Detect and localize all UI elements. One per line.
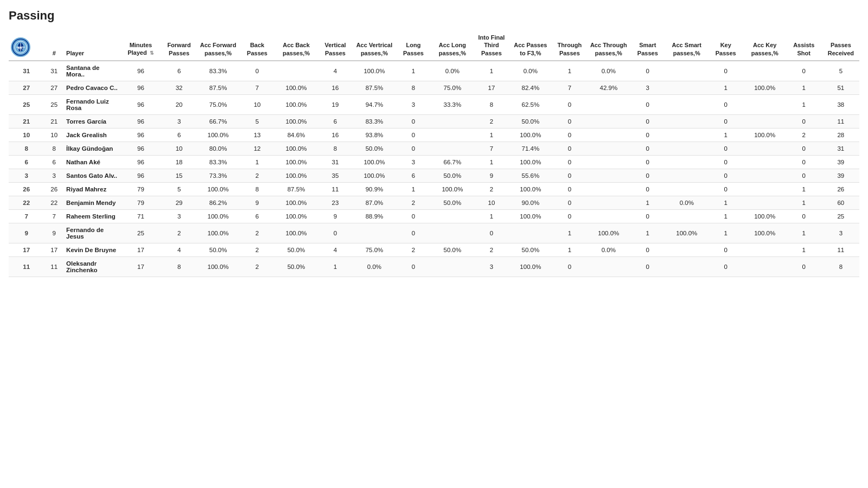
table-row: 77Raheem Sterling713100.0%6100.0%988.9%0…: [9, 209, 859, 223]
cell-acc_through_pct: 42.9%: [588, 81, 629, 94]
jersey-number: 8: [9, 142, 44, 155]
cell-acc_key_pct: [744, 182, 786, 196]
cell-minutes: 25: [121, 223, 161, 243]
cell-acc_long_pct: [432, 256, 473, 277]
cell-vertical_passes: 23: [317, 196, 354, 209]
svg-text:MC: MC: [18, 46, 24, 50]
cell-jersey: 10: [44, 128, 64, 142]
cell-acc_vertical_pct: 100.0%: [354, 155, 395, 169]
table-wrapper: MC #PlayerMinutes Played ⇅Forward Passes…: [9, 30, 859, 277]
cell-acc_vertical_pct: 0.0%: [354, 256, 395, 277]
cell-into_final_third: 3: [473, 256, 510, 277]
cell-acc_back_pct: 100.0%: [276, 94, 317, 114]
cell-jersey: 26: [44, 182, 64, 196]
cell-minutes: 96: [121, 155, 161, 169]
jersey-number: 21: [9, 114, 44, 128]
cell-minutes: 96: [121, 81, 161, 94]
col-header-jersey: #: [44, 30, 64, 61]
cell-key_passes: 0: [707, 94, 744, 114]
cell-acc_key_pct: 100.0%: [744, 128, 786, 142]
cell-smart_passes: 0: [629, 94, 666, 114]
cell-vertical_passes: 0: [317, 223, 354, 243]
cell-assists_shot: 0: [786, 142, 822, 155]
cell-through_passes: 1: [551, 243, 588, 256]
cell-long_passes: 3: [395, 94, 432, 114]
cell-forward_passes: 8: [161, 256, 197, 277]
cell-acc_back_pct: 100.0%: [276, 223, 317, 243]
cell-through_passes: 0: [551, 196, 588, 209]
col-header-minutes[interactable]: Minutes Played ⇅: [121, 30, 161, 61]
cell-assists_shot: 1: [786, 81, 822, 94]
cell-jersey: 22: [44, 196, 64, 209]
cell-key_passes: 0: [707, 142, 744, 155]
cell-assists_shot: 1: [786, 243, 822, 256]
cell-passes_received: 38: [822, 94, 859, 114]
table-row: 1111Oleksandr Zinchenko178100.0%250.0%10…: [9, 256, 859, 277]
cell-key_passes: 1: [707, 196, 744, 209]
cell-through_passes: 0: [551, 155, 588, 169]
cell-passes_received: 26: [822, 182, 859, 196]
cell-passes_received: 28: [822, 128, 859, 142]
cell-name: Santana de Mora..: [64, 61, 121, 81]
cell-long_passes: 0: [395, 142, 432, 155]
cell-key_passes: 1: [707, 81, 744, 94]
cell-acc_forward_pct: 87.5%: [197, 81, 239, 94]
cell-long_passes: 0: [395, 256, 432, 277]
cell-into_final_third: 0: [473, 223, 510, 243]
cell-acc_forward_pct: 100.0%: [197, 209, 239, 223]
cell-acc_vertical_pct: 90.9%: [354, 182, 395, 196]
cell-forward_passes: 5: [161, 182, 197, 196]
cell-jersey: 27: [44, 81, 64, 94]
cell-acc_passes_f3_pct: 100.0%: [510, 128, 551, 142]
cell-acc_smart_pct: [666, 114, 707, 128]
cell-acc_through_pct: [588, 169, 629, 182]
jersey-number: 3: [9, 169, 44, 182]
cell-acc_through_pct: [588, 209, 629, 223]
col-header-acc_vertical_pct: Acc Vertrical passes,%: [354, 30, 395, 61]
cell-acc_vertical_pct: 100.0%: [354, 61, 395, 81]
cell-acc_forward_pct: 83.3%: [197, 61, 239, 81]
team-logo: MC: [11, 37, 30, 57]
cell-acc_smart_pct: [666, 61, 707, 81]
cell-acc_smart_pct: [666, 128, 707, 142]
cell-jersey: 9: [44, 223, 64, 243]
cell-key_passes: 0: [707, 114, 744, 128]
cell-acc_key_pct: [744, 169, 786, 182]
jersey-number: 9: [9, 223, 44, 243]
cell-jersey: 7: [44, 209, 64, 223]
cell-passes_received: 31: [822, 142, 859, 155]
cell-acc_key_pct: [744, 256, 786, 277]
cell-acc_back_pct: [276, 61, 317, 81]
cell-acc_long_pct: 50.0%: [432, 243, 473, 256]
cell-acc_vertical_pct: 93.8%: [354, 128, 395, 142]
cell-acc_smart_pct: 100.0%: [666, 223, 707, 243]
cell-acc_forward_pct: 66.7%: [197, 114, 239, 128]
col-header-name: Player: [64, 30, 121, 61]
cell-name: Benjamin Mendy: [64, 196, 121, 209]
sort-icon[interactable]: ⇅: [150, 50, 154, 56]
cell-acc_through_pct: 100.0%: [588, 223, 629, 243]
cell-into_final_third: 7: [473, 142, 510, 155]
cell-acc_long_pct: [432, 128, 473, 142]
cell-acc_passes_f3_pct: 100.0%: [510, 155, 551, 169]
cell-smart_passes: 0: [629, 169, 666, 182]
cell-acc_smart_pct: [666, 142, 707, 155]
cell-minutes: 79: [121, 196, 161, 209]
cell-forward_passes: 18: [161, 155, 197, 169]
cell-through_passes: 7: [551, 81, 588, 94]
cell-jersey: 21: [44, 114, 64, 128]
cell-acc_forward_pct: 100.0%: [197, 128, 239, 142]
cell-acc_back_pct: 87.5%: [276, 182, 317, 196]
cell-name: Fernando de Jesus: [64, 223, 121, 243]
table-row: 33Santos Gato Alv..961573.3%2100.0%35100…: [9, 169, 859, 182]
cell-jersey: 17: [44, 243, 64, 256]
cell-acc_key_pct: [744, 114, 786, 128]
cell-acc_long_pct: 66.7%: [432, 155, 473, 169]
cell-name: Santos Gato Alv..: [64, 169, 121, 182]
cell-smart_passes: 0: [629, 128, 666, 142]
cell-vertical_passes: 11: [317, 182, 354, 196]
cell-acc_passes_f3_pct: 100.0%: [510, 182, 551, 196]
cell-acc_back_pct: 100.0%: [276, 142, 317, 155]
page-title: Passing: [9, 9, 859, 23]
cell-acc_back_pct: 84.6%: [276, 128, 317, 142]
